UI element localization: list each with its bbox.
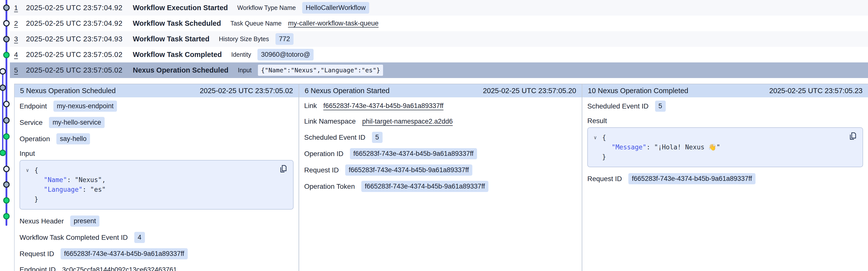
link-event-link[interactable]: f665283f-743e-4374-b45b-9a61a89337ff xyxy=(323,102,443,110)
panel-body: Scheduled Event ID 5 Result ∨{ "Message"… xyxy=(582,97,868,194)
field-value-badge: say-hello xyxy=(56,133,90,144)
field-service: Service my-hello-service xyxy=(20,117,293,128)
field-request-id: Request ID f665283f-743e-4374-b45b-9a61a… xyxy=(20,248,293,260)
panel-nexus-operation-completed: 10 Nexus Operation Completed 2025-02-25 … xyxy=(582,84,868,271)
field-value-badge: f665283f-743e-4374-b45b-9a61a89337ff xyxy=(361,181,488,192)
field-value-badge: 4 xyxy=(134,232,145,243)
field-label: Endpoint xyxy=(20,102,47,110)
field-workflow-task-completed-event-id: Workflow Task Completed Event ID 4 xyxy=(20,232,293,243)
timeline-dot-started xyxy=(0,85,5,90)
timeline-dot-scheduled xyxy=(4,166,9,172)
field-scheduled-event-id: Scheduled Event ID 5 xyxy=(304,132,577,143)
link-namespace-link[interactable]: phil-target-namespace2.a2dd6 xyxy=(362,118,453,125)
field-label: Scheduled Event ID xyxy=(587,102,649,110)
panel-timestamp: 2025-02-25 UTC 23:57:05.23 xyxy=(769,87,863,95)
field-label: Link xyxy=(304,102,317,110)
event-table: 1 2025-02-25 UTC 23:57:04.92 Workflow Ex… xyxy=(10,0,868,78)
event-attr-value-badge: HelloCallerWorkflow xyxy=(302,2,369,13)
field-value-badge: f665283f-743e-4374-b45b-9a61a89337ff xyxy=(628,173,755,184)
event-name: Nexus Operation Scheduled xyxy=(133,66,228,74)
timeline-dot-started xyxy=(4,36,9,42)
field-value-badge: f665283f-743e-4374-b45b-9a61a89337ff xyxy=(345,164,472,175)
event-id-link[interactable]: 2 xyxy=(14,20,26,27)
timeline-dot-scheduled xyxy=(4,21,9,26)
field-value-badge: f665283f-743e-4374-b45b-9a61a89337ff xyxy=(350,148,477,159)
panel-timestamp: 2025-02-25 UTC 23:57:05.20 xyxy=(483,87,576,95)
task-queue-link[interactable]: my-caller-workflow-task-queue xyxy=(288,20,379,27)
timeline-dot-started xyxy=(4,118,9,123)
json-entry: "Message": "¡Hola! Nexus 👋" xyxy=(594,142,857,152)
panel-header: 6 Nexus Operation Started 2025-02-25 UTC… xyxy=(299,84,582,97)
event-id-link[interactable]: 3 xyxy=(14,35,26,43)
event-id-link[interactable]: 1 xyxy=(14,4,26,12)
endpoint-id-link[interactable]: 3c0c75ccfa8144b092c13ce632463761 xyxy=(62,266,177,271)
event-attr-label: Task Queue Name xyxy=(230,20,282,27)
field-link: Link f665283f-743e-4374-b45b-9a61a89337f… xyxy=(304,101,577,111)
event-name: Workflow Task Scheduled xyxy=(133,19,221,27)
collapse-chevron-icon[interactable]: ∨ xyxy=(594,133,602,142)
field-value-badge: 5 xyxy=(655,101,666,112)
field-label: Workflow Task Completed Event ID xyxy=(20,234,128,242)
panel-title: 6 Nexus Operation Started xyxy=(305,87,390,95)
event-row-4[interactable]: 4 2025-02-25 UTC 23:57:05.02 Workflow Ta… xyxy=(10,47,868,62)
event-row-1[interactable]: 1 2025-02-25 UTC 23:57:04.92 Workflow Ex… xyxy=(10,0,868,16)
json-open-line: ∨{ xyxy=(26,165,287,175)
field-operation-token: Operation Token f665283f-743e-4374-b45b-… xyxy=(304,181,577,192)
input-label: Input xyxy=(20,150,293,158)
field-scheduled-event-id: Scheduled Event ID 5 xyxy=(587,101,863,112)
panel-body: Endpoint my-nexus-endpoint Service my-he… xyxy=(14,97,299,271)
event-id-link[interactable]: 5 xyxy=(14,66,26,74)
field-label: Request ID xyxy=(20,250,54,258)
timeline-dot-started xyxy=(4,5,9,10)
timeline-dot-completed xyxy=(4,198,9,203)
json-close-line: } xyxy=(594,152,857,162)
workflow-history-view: 1 2025-02-25 UTC 23:57:04.92 Workflow Ex… xyxy=(0,0,868,271)
field-endpoint-id: Endpoint ID 3c0c75ccfa8144b092c13ce63246… xyxy=(20,265,293,271)
panel-nexus-operation-started: 6 Nexus Operation Started 2025-02-25 UTC… xyxy=(299,84,582,271)
copy-icon[interactable] xyxy=(848,131,858,141)
event-attr-label: Identity xyxy=(231,51,251,58)
field-request-id: Request ID f665283f-743e-4374-b45b-9a61a… xyxy=(587,173,863,184)
json-entry: "Name": "Nexus", xyxy=(26,175,287,185)
event-timestamp: 2025-02-25 UTC 23:57:05.02 xyxy=(26,51,133,59)
field-label: Operation xyxy=(20,135,50,143)
event-row-3[interactable]: 3 2025-02-25 UTC 23:57:04.93 Workflow Ta… xyxy=(10,31,868,47)
json-open-line: ∨{ xyxy=(594,133,857,142)
result-json-viewer: ∨{ "Message": "¡Hola! Nexus 👋" } xyxy=(587,127,863,167)
field-value-badge: my-hello-service xyxy=(49,117,104,128)
timeline-dot-started xyxy=(4,182,9,187)
event-attr-value-badge: 772 xyxy=(276,33,293,45)
timeline-dot-completed xyxy=(4,214,9,219)
panel-header: 10 Nexus Operation Completed 2025-02-25 … xyxy=(582,84,868,97)
event-id-link[interactable]: 4 xyxy=(14,51,26,59)
field-operation-id: Operation ID f665283f-743e-4374-b45b-9a6… xyxy=(304,148,577,159)
panel-title: 10 Nexus Operation Completed xyxy=(588,87,688,95)
panel-header: 5 Nexus Operation Scheduled 2025-02-25 U… xyxy=(14,84,299,97)
field-label: Operation Token xyxy=(304,183,355,190)
event-attr-label: History Size Bytes xyxy=(219,35,269,43)
panel-body: Link f665283f-743e-4374-b45b-9a61a89337f… xyxy=(299,97,582,202)
collapse-chevron-icon[interactable]: ∨ xyxy=(26,165,34,175)
json-close-line: } xyxy=(26,194,287,204)
event-timestamp: 2025-02-25 UTC 23:57:05.02 xyxy=(26,66,133,74)
field-label: Operation ID xyxy=(304,150,343,158)
field-value-badge: my-nexus-endpoint xyxy=(54,101,117,112)
field-label: Request ID xyxy=(587,175,622,183)
event-name: Workflow Task Started xyxy=(133,35,210,43)
event-row-5-selected[interactable]: 5 2025-02-25 UTC 23:57:05.02 Nexus Opera… xyxy=(10,62,868,78)
event-timestamp: 2025-02-25 UTC 23:57:04.92 xyxy=(26,19,133,27)
event-name: Workflow Execution Started xyxy=(133,4,228,12)
event-row-2[interactable]: 2 2025-02-25 UTC 23:57:04.92 Workflow Ta… xyxy=(10,16,868,31)
field-label: Endpoint ID xyxy=(20,266,56,271)
field-request-id: Request ID f665283f-743e-4374-b45b-9a61a… xyxy=(304,164,577,175)
event-timestamp: 2025-02-25 UTC 23:57:04.92 xyxy=(26,4,133,12)
field-label: Nexus Header xyxy=(20,217,64,225)
field-nexus-header: Nexus Header present xyxy=(20,216,293,227)
field-value-badge: f665283f-743e-4374-b45b-9a61a89337ff xyxy=(61,248,188,260)
field-operation: Operation say-hello xyxy=(20,133,293,144)
panel-timestamp: 2025-02-25 UTC 23:57:05.02 xyxy=(200,87,293,95)
field-label: Scheduled Event ID xyxy=(304,134,366,141)
field-value-badge: 5 xyxy=(372,132,382,143)
copy-icon[interactable] xyxy=(279,164,288,174)
event-name: Workflow Task Completed xyxy=(133,51,222,59)
